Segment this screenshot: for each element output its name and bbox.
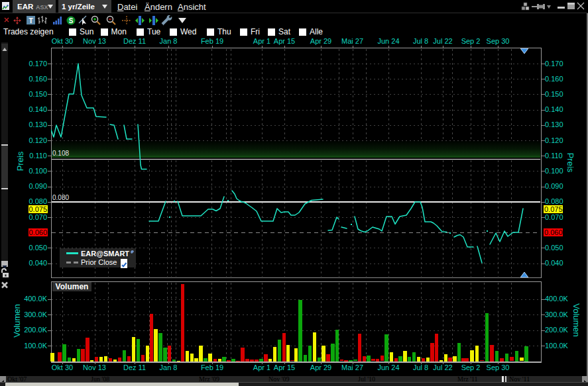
svg-text:S: S xyxy=(69,17,74,24)
svg-text:T: T xyxy=(29,17,33,24)
